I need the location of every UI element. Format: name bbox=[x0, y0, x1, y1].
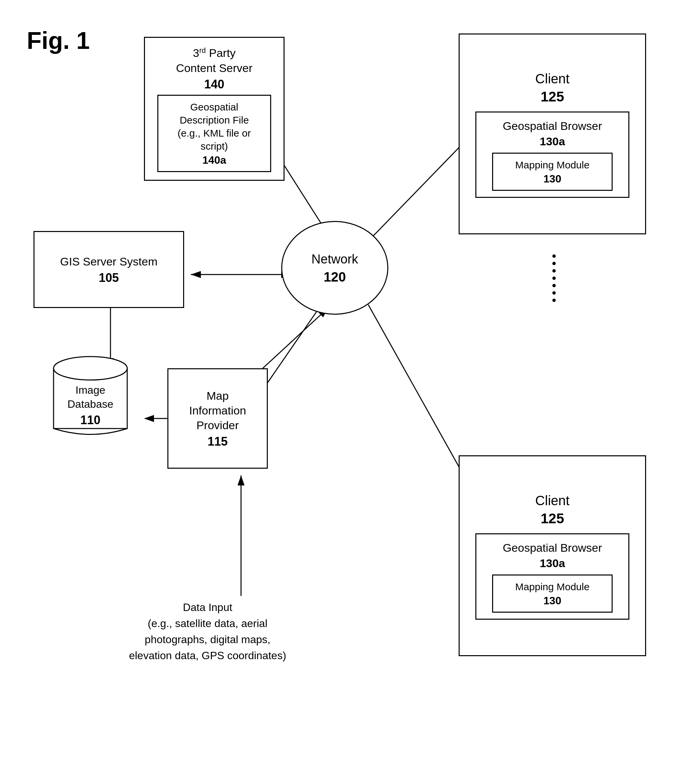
map-info-provider-box: MapInformationProvider 115 bbox=[167, 368, 268, 469]
network-id: 120 bbox=[324, 270, 346, 285]
dots-ellipsis bbox=[552, 254, 556, 302]
client-bottom-box: Client 125 Geospatial Browser 130a Mappi… bbox=[459, 455, 646, 656]
geospatial-browser-top-id: 130a bbox=[483, 135, 622, 148]
mapping-module-bottom-id: 130 bbox=[499, 595, 606, 607]
client-bottom-title: Client bbox=[535, 492, 570, 509]
dot-5 bbox=[552, 284, 556, 287]
mapping-module-bottom-title: Mapping Module bbox=[499, 580, 606, 593]
geospatial-file-id: 140a bbox=[165, 154, 264, 166]
geospatial-browser-bottom-title: Geospatial Browser bbox=[483, 541, 622, 555]
data-input-label: Data Input(e.g., satellite data, aerialp… bbox=[121, 599, 294, 664]
image-database-title: ImageDatabase bbox=[47, 383, 134, 411]
svg-point-12 bbox=[53, 357, 127, 380]
map-info-provider-title: MapInformationProvider bbox=[189, 388, 246, 433]
network-title: Network bbox=[311, 251, 358, 267]
gis-server-box: GIS Server System 105 bbox=[34, 231, 184, 308]
image-database-id: 110 bbox=[47, 413, 134, 427]
mapping-module-top-id: 130 bbox=[499, 173, 606, 185]
network-ellipse: Network 120 bbox=[281, 221, 388, 315]
client-top-title: Client bbox=[535, 70, 570, 87]
diagram: Fig. 1 3rd P bbox=[0, 0, 700, 769]
client-bottom-id: 125 bbox=[541, 510, 564, 527]
mapping-module-top-title: Mapping Module bbox=[499, 158, 606, 171]
dot-4 bbox=[552, 277, 556, 280]
dot-6 bbox=[552, 291, 556, 294]
image-database-cylinder: ImageDatabase 110 bbox=[47, 352, 134, 445]
dot-1 bbox=[552, 254, 556, 258]
gis-server-title: GIS Server System bbox=[60, 254, 158, 269]
third-party-server-id: 140 bbox=[204, 77, 224, 92]
dot-2 bbox=[552, 262, 556, 265]
geospatial-file-box: GeospatialDescription File(e.g., KML fil… bbox=[157, 95, 271, 172]
figure-label: Fig. 1 bbox=[27, 27, 90, 54]
geospatial-browser-top-title: Geospatial Browser bbox=[483, 119, 622, 133]
client-top-id: 125 bbox=[541, 89, 564, 105]
third-party-server-box: 3rd PartyContent Server 140 GeospatialDe… bbox=[144, 37, 285, 181]
geospatial-browser-bottom-id: 130a bbox=[483, 557, 622, 570]
geospatial-browser-bottom-box: Geospatial Browser 130a Mapping Module 1… bbox=[475, 533, 629, 619]
dot-3 bbox=[552, 269, 556, 272]
client-top-box: Client 125 Geospatial Browser 130a Mappi… bbox=[459, 34, 646, 234]
gis-server-id: 105 bbox=[99, 271, 119, 285]
geospatial-browser-top-box: Geospatial Browser 130a Mapping Module 1… bbox=[475, 111, 629, 198]
dot-7 bbox=[552, 299, 556, 302]
geospatial-file-title: GeospatialDescription File(e.g., KML fil… bbox=[165, 100, 264, 153]
third-party-server-title: 3rd PartyContent Server bbox=[176, 45, 253, 75]
map-info-provider-id: 115 bbox=[208, 434, 228, 449]
